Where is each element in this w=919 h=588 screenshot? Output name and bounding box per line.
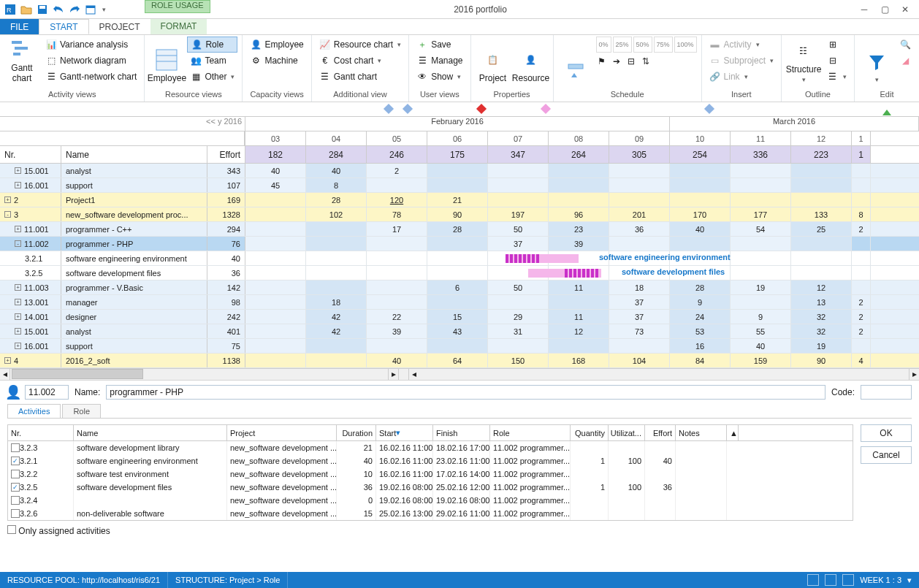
row-checkbox[interactable]: ✓ <box>11 457 20 465</box>
tab-file[interactable]: FILE <box>0 19 39 34</box>
act-col-header[interactable]: Project <box>227 425 337 440</box>
maximize-button[interactable]: ▢ <box>875 2 894 17</box>
calendar-icon[interactable] <box>85 4 96 15</box>
grid-row[interactable]: -3new_software development proc...132810… <box>0 207 919 222</box>
act-col-header[interactable]: Quantity <box>571 425 609 440</box>
status-dropdown-icon[interactable]: ▾ <box>907 576 912 585</box>
cost-chart-button[interactable]: €Cost chart▾ <box>316 53 404 69</box>
act-col-header[interactable]: Notes <box>676 425 727 440</box>
expander[interactable]: + <box>15 226 21 232</box>
grid-row[interactable]: +14.001designer242422215291137249322 <box>0 310 919 324</box>
activity-row[interactable]: 3.2.4new_software development ...019.02.… <box>8 494 853 507</box>
h-scrollbar-left[interactable]: ◂ ▸ ◂ ▸ <box>0 368 919 380</box>
act-col-header[interactable]: Role <box>490 425 571 440</box>
activity-row[interactable]: 3.2.3software development librarynew_sof… <box>8 441 853 454</box>
activity-row[interactable]: ✓ 3.2.1software engineering environmentn… <box>8 454 853 467</box>
activity-row[interactable]: ✓ 3.2.5software development filesnew_sof… <box>8 481 853 494</box>
other-button[interactable]: ▦Other▾ <box>187 69 237 85</box>
flag-icon[interactable]: ⚑ <box>596 56 608 67</box>
resource-chart-button[interactable]: 📈Resource chart▾ <box>316 37 404 53</box>
row-checkbox[interactable] <box>11 496 20 505</box>
activity-row[interactable]: 3.2.6non-deliverable softwarenew_softwar… <box>8 507 853 520</box>
pct-75[interactable]: 75% <box>654 37 673 53</box>
act-col-header[interactable]: Effort <box>645 425 676 440</box>
manage-view-button[interactable]: ☰Manage <box>413 53 465 69</box>
expander[interactable]: + <box>4 196 11 203</box>
schedule-track-button[interactable] <box>558 37 593 85</box>
pct-100[interactable]: 100% <box>674 37 697 53</box>
pct-50[interactable]: 50% <box>633 37 652 53</box>
pct-25[interactable]: 25% <box>613 37 632 53</box>
status-icon-2[interactable] <box>825 574 836 586</box>
detail-tab-role[interactable]: Role <box>62 404 101 418</box>
arrow-icon[interactable]: ➔ <box>611 56 622 67</box>
gantt-network-chart-button[interactable]: ☰Gantt-network chart <box>42 69 140 85</box>
eraser-button[interactable]: ◢ <box>897 53 915 69</box>
variance-analysis-button[interactable]: 📊Variance analysis <box>42 37 140 53</box>
grid-row[interactable]: -11.002programmer - PHP763739 <box>0 237 919 251</box>
ok-button[interactable]: OK <box>861 424 912 442</box>
act-col-header[interactable]: Nr. <box>8 425 74 440</box>
lock-icon[interactable]: ⇅ <box>640 56 652 67</box>
act-col-header[interactable]: Utilizat... <box>609 425 645 440</box>
row-checkbox[interactable] <box>11 509 20 518</box>
outline-collapse-button[interactable]: ⊟ <box>824 53 850 69</box>
expander[interactable]: + <box>15 313 21 320</box>
gantt-chart-button[interactable]: Gantt chart <box>4 37 39 85</box>
team-button[interactable]: 👥Team <box>187 53 237 69</box>
grid-row[interactable]: +42016_2_soft1138406415016810484159904 <box>0 354 919 368</box>
timeline-nav-prev[interactable]: << y 2016 <box>0 117 245 131</box>
row-checkbox[interactable]: ✓ <box>11 483 20 492</box>
tab-start[interactable]: START <box>39 19 88 34</box>
pct-0[interactable]: 0% <box>596 37 611 53</box>
save-icon[interactable] <box>37 4 48 15</box>
status-icon-1[interactable] <box>807 574 819 586</box>
cancel-button[interactable]: Cancel <box>861 446 912 464</box>
expander[interactable]: + <box>15 167 21 174</box>
expander[interactable]: + <box>15 182 21 188</box>
detail-code2-field[interactable] <box>861 385 912 400</box>
detail-tab-activities[interactable]: Activities <box>7 404 61 418</box>
col-nr[interactable]: Nr. <box>0 146 61 163</box>
grid-row[interactable]: +13.001manager9818379132 <box>0 295 919 310</box>
find-button[interactable]: 🔍 <box>897 37 915 53</box>
grid-row[interactable]: +11.001programmer - C++29417285023364054… <box>0 222 919 237</box>
split-icon[interactable]: ⊟ <box>625 56 637 67</box>
only-assigned-checkbox[interactable] <box>7 525 16 534</box>
grid-row[interactable]: +16.001support107458 <box>0 178 919 193</box>
outline-level-button[interactable]: ☰▾ <box>824 69 850 85</box>
role-button[interactable]: 👤Role <box>187 37 237 53</box>
act-col-header[interactable]: Duration <box>337 425 376 440</box>
tab-project[interactable]: PROJECT <box>89 19 150 34</box>
detail-name-field[interactable]: programmer - PHP <box>106 385 825 400</box>
expander[interactable]: - <box>4 211 11 218</box>
resource-properties-button[interactable]: 👤Resource <box>514 37 549 85</box>
structure-button[interactable]: ☷Structure▾ <box>786 37 821 85</box>
capacity-machine-button[interactable]: ⚙Machine <box>247 53 306 69</box>
grid-row[interactable]: +15.001analyst4014239433112735355322 <box>0 324 919 339</box>
expander[interactable]: + <box>15 343 21 349</box>
grid-row[interactable]: 3.2.5software development files36softwar… <box>0 266 919 280</box>
redo-icon[interactable] <box>69 4 80 15</box>
expander[interactable]: + <box>15 299 21 305</box>
act-col-header[interactable]: Name <box>74 425 227 440</box>
grid-row[interactable]: +2Project11692812021 <box>0 193 919 207</box>
activity-row[interactable]: 3.2.2software test environmentnew_softwa… <box>8 467 853 481</box>
col-name[interactable]: Name <box>61 146 207 163</box>
open-icon[interactable] <box>20 4 32 15</box>
close-button[interactable]: ✕ <box>896 2 915 17</box>
grid-row[interactable]: +15.001analyst34340402 <box>0 164 919 178</box>
expander[interactable]: - <box>15 240 21 247</box>
detail-code-field[interactable]: 11.002 <box>25 385 69 400</box>
expander[interactable]: + <box>4 357 11 364</box>
col-effort[interactable]: Effort <box>207 146 245 163</box>
project-properties-button[interactable]: 📋Project <box>476 37 511 85</box>
act-col-header[interactable]: Finish <box>433 425 490 440</box>
outline-expand-button[interactable]: ⊞ <box>824 37 850 53</box>
undo-icon[interactable] <box>53 4 64 15</box>
employee-view-button[interactable]: Employee <box>149 37 184 85</box>
network-diagram-button[interactable]: ⬚Network diagram <box>42 53 140 69</box>
grid-row[interactable]: 3.2.1software engineering environment40s… <box>0 251 919 266</box>
act-col-header[interactable]: Start ▾ <box>376 425 433 440</box>
capacity-employee-button[interactable]: 👤Employee <box>247 37 306 53</box>
